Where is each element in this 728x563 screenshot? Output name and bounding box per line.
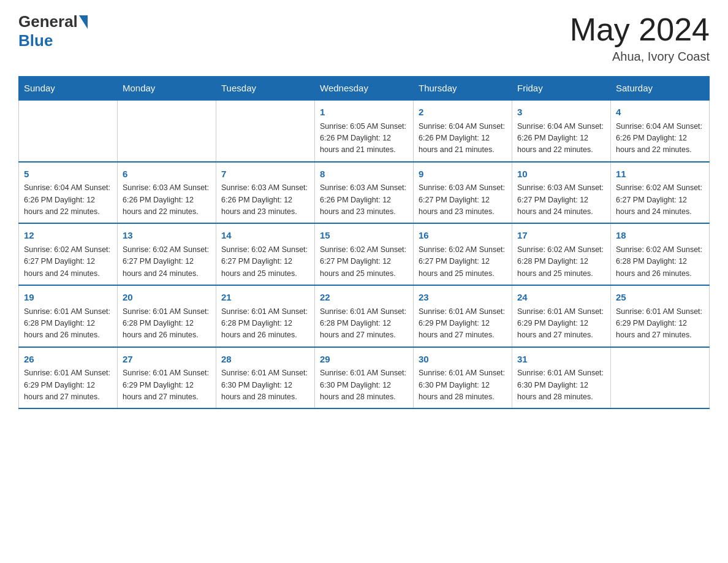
day-info: Sunrise: 6:01 AM Sunset: 6:29 PM Dayligh… — [123, 367, 211, 403]
day-info: Sunrise: 6:02 AM Sunset: 6:27 PM Dayligh… — [419, 244, 507, 280]
day-number: 17 — [517, 229, 605, 243]
weekday-header-tuesday: Tuesday — [216, 77, 315, 101]
calendar-cell — [19, 100, 118, 162]
calendar-cell: 29Sunrise: 6:01 AM Sunset: 6:30 PM Dayli… — [315, 347, 414, 409]
calendar-cell: 3Sunrise: 6:04 AM Sunset: 6:26 PM Daylig… — [512, 100, 611, 162]
day-info: Sunrise: 6:03 AM Sunset: 6:27 PM Dayligh… — [419, 182, 507, 218]
calendar-cell: 13Sunrise: 6:02 AM Sunset: 6:27 PM Dayli… — [118, 223, 216, 285]
calendar-cell — [118, 100, 216, 162]
day-info: Sunrise: 6:03 AM Sunset: 6:26 PM Dayligh… — [221, 182, 309, 218]
calendar-cell: 23Sunrise: 6:01 AM Sunset: 6:29 PM Dayli… — [414, 285, 512, 347]
day-number: 29 — [320, 353, 408, 367]
month-title: May 2024 — [570, 12, 710, 47]
calendar-cell: 7Sunrise: 6:03 AM Sunset: 6:26 PM Daylig… — [216, 162, 315, 224]
day-number: 4 — [616, 105, 704, 120]
calendar-header-row: SundayMondayTuesdayWednesdayThursdayFrid… — [19, 77, 710, 101]
day-number: 15 — [320, 229, 408, 243]
day-number: 25 — [616, 291, 704, 305]
day-info: Sunrise: 6:03 AM Sunset: 6:27 PM Dayligh… — [517, 182, 605, 218]
day-info: Sunrise: 6:04 AM Sunset: 6:26 PM Dayligh… — [616, 121, 704, 156]
logo-general-text: General — [18, 12, 78, 31]
day-number: 16 — [419, 229, 507, 243]
day-info: Sunrise: 6:02 AM Sunset: 6:27 PM Dayligh… — [616, 182, 704, 218]
day-number: 3 — [517, 105, 605, 120]
day-number: 23 — [419, 291, 507, 305]
day-info: Sunrise: 6:02 AM Sunset: 6:28 PM Dayligh… — [517, 244, 605, 280]
calendar-cell: 18Sunrise: 6:02 AM Sunset: 6:28 PM Dayli… — [611, 223, 710, 285]
calendar-cell: 8Sunrise: 6:03 AM Sunset: 6:26 PM Daylig… — [315, 162, 414, 224]
day-number: 20 — [123, 291, 211, 305]
day-number: 30 — [419, 353, 507, 367]
day-info: Sunrise: 6:01 AM Sunset: 6:29 PM Dayligh… — [517, 306, 605, 342]
day-number: 12 — [24, 229, 112, 243]
day-number: 18 — [616, 229, 704, 243]
weekday-header-thursday: Thursday — [414, 77, 512, 101]
day-number: 21 — [221, 291, 309, 305]
day-number: 24 — [517, 291, 605, 305]
day-number: 13 — [123, 229, 211, 243]
day-number: 22 — [320, 291, 408, 305]
logo-arrow-icon — [79, 15, 88, 29]
calendar-cell: 4Sunrise: 6:04 AM Sunset: 6:26 PM Daylig… — [611, 100, 710, 162]
day-info: Sunrise: 6:02 AM Sunset: 6:27 PM Dayligh… — [320, 244, 408, 280]
calendar-week-row: 26Sunrise: 6:01 AM Sunset: 6:29 PM Dayli… — [19, 347, 710, 409]
calendar-cell: 17Sunrise: 6:02 AM Sunset: 6:28 PM Dayli… — [512, 223, 611, 285]
calendar-cell: 16Sunrise: 6:02 AM Sunset: 6:27 PM Dayli… — [414, 223, 512, 285]
calendar-cell: 20Sunrise: 6:01 AM Sunset: 6:28 PM Dayli… — [118, 285, 216, 347]
calendar-cell: 21Sunrise: 6:01 AM Sunset: 6:28 PM Dayli… — [216, 285, 315, 347]
calendar-cell: 22Sunrise: 6:01 AM Sunset: 6:28 PM Dayli… — [315, 285, 414, 347]
day-info: Sunrise: 6:01 AM Sunset: 6:28 PM Dayligh… — [123, 306, 211, 342]
calendar-cell: 25Sunrise: 6:01 AM Sunset: 6:29 PM Dayli… — [611, 285, 710, 347]
calendar-cell: 15Sunrise: 6:02 AM Sunset: 6:27 PM Dayli… — [315, 223, 414, 285]
calendar-cell: 11Sunrise: 6:02 AM Sunset: 6:27 PM Dayli… — [611, 162, 710, 224]
day-number: 9 — [419, 167, 507, 182]
day-info: Sunrise: 6:02 AM Sunset: 6:28 PM Dayligh… — [616, 244, 704, 280]
calendar-cell: 6Sunrise: 6:03 AM Sunset: 6:26 PM Daylig… — [118, 162, 216, 224]
calendar-cell: 2Sunrise: 6:04 AM Sunset: 6:26 PM Daylig… — [414, 100, 512, 162]
calendar-week-row: 12Sunrise: 6:02 AM Sunset: 6:27 PM Dayli… — [19, 223, 710, 285]
day-info: Sunrise: 6:02 AM Sunset: 6:27 PM Dayligh… — [221, 244, 309, 280]
day-number: 14 — [221, 229, 309, 243]
calendar-week-row: 5Sunrise: 6:04 AM Sunset: 6:26 PM Daylig… — [19, 162, 710, 224]
calendar-cell: 14Sunrise: 6:02 AM Sunset: 6:27 PM Dayli… — [216, 223, 315, 285]
calendar-cell: 24Sunrise: 6:01 AM Sunset: 6:29 PM Dayli… — [512, 285, 611, 347]
weekday-header-friday: Friday — [512, 77, 611, 101]
day-info: Sunrise: 6:01 AM Sunset: 6:28 PM Dayligh… — [320, 306, 408, 342]
calendar-cell: 12Sunrise: 6:02 AM Sunset: 6:27 PM Dayli… — [19, 223, 118, 285]
calendar-cell: 28Sunrise: 6:01 AM Sunset: 6:30 PM Dayli… — [216, 347, 315, 409]
day-number: 6 — [123, 167, 211, 182]
calendar-cell — [611, 347, 710, 409]
day-info: Sunrise: 6:02 AM Sunset: 6:27 PM Dayligh… — [123, 244, 211, 280]
day-info: Sunrise: 6:05 AM Sunset: 6:26 PM Dayligh… — [320, 121, 408, 156]
calendar-cell: 10Sunrise: 6:03 AM Sunset: 6:27 PM Dayli… — [512, 162, 611, 224]
location-label: Ahua, Ivory Coast — [570, 50, 710, 64]
weekday-header-sunday: Sunday — [19, 77, 118, 101]
day-info: Sunrise: 6:01 AM Sunset: 6:28 PM Dayligh… — [24, 306, 112, 342]
calendar-cell — [216, 100, 315, 162]
calendar-cell: 27Sunrise: 6:01 AM Sunset: 6:29 PM Dayli… — [118, 347, 216, 409]
weekday-header-monday: Monday — [118, 77, 216, 101]
day-number: 19 — [24, 291, 112, 305]
day-info: Sunrise: 6:01 AM Sunset: 6:30 PM Dayligh… — [320, 367, 408, 403]
logo-blue-text: Blue — [18, 31, 53, 50]
day-info: Sunrise: 6:03 AM Sunset: 6:26 PM Dayligh… — [123, 182, 211, 218]
calendar-table: SundayMondayTuesdayWednesdayThursdayFrid… — [18, 76, 710, 409]
page-header: General Blue May 2024 Ahua, Ivory Coast — [18, 12, 710, 64]
day-info: Sunrise: 6:04 AM Sunset: 6:26 PM Dayligh… — [24, 182, 112, 218]
day-info: Sunrise: 6:01 AM Sunset: 6:30 PM Dayligh… — [517, 367, 605, 403]
day-info: Sunrise: 6:04 AM Sunset: 6:26 PM Dayligh… — [419, 121, 507, 156]
day-number: 2 — [419, 105, 507, 120]
calendar-week-row: 1Sunrise: 6:05 AM Sunset: 6:26 PM Daylig… — [19, 100, 710, 162]
calendar-week-row: 19Sunrise: 6:01 AM Sunset: 6:28 PM Dayli… — [19, 285, 710, 347]
day-number: 10 — [517, 167, 605, 182]
day-number: 26 — [24, 353, 112, 367]
calendar-cell: 31Sunrise: 6:01 AM Sunset: 6:30 PM Dayli… — [512, 347, 611, 409]
day-info: Sunrise: 6:04 AM Sunset: 6:26 PM Dayligh… — [517, 121, 605, 156]
calendar-cell: 9Sunrise: 6:03 AM Sunset: 6:27 PM Daylig… — [414, 162, 512, 224]
day-info: Sunrise: 6:01 AM Sunset: 6:28 PM Dayligh… — [221, 306, 309, 342]
day-info: Sunrise: 6:01 AM Sunset: 6:29 PM Dayligh… — [616, 306, 704, 342]
weekday-header-saturday: Saturday — [611, 77, 710, 101]
day-info: Sunrise: 6:01 AM Sunset: 6:30 PM Dayligh… — [419, 367, 507, 403]
day-number: 27 — [123, 353, 211, 367]
day-number: 31 — [517, 353, 605, 367]
